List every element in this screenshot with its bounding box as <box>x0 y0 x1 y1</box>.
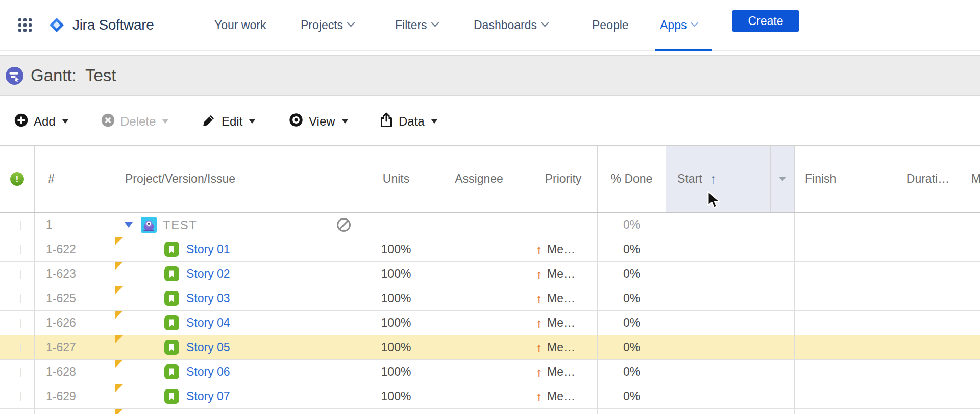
percent-done-cell[interactable]: 0% <box>598 360 666 384</box>
assignee-cell[interactable] <box>429 213 529 237</box>
create-button[interactable]: Create <box>732 10 799 32</box>
units-cell[interactable]: 100% <box>363 262 429 286</box>
column-header-priority[interactable]: Priority <box>529 146 598 212</box>
edit-menu-button[interactable]: Edit <box>202 107 255 136</box>
units-cell[interactable]: 100% <box>363 237 429 261</box>
no-scheduling-icon[interactable] <box>337 218 351 232</box>
column-header-units[interactable]: Units <box>363 146 429 212</box>
duration-cell[interactable] <box>893 286 963 310</box>
priority-cell[interactable]: ↑ Me… <box>529 286 598 310</box>
start-cell[interactable] <box>666 384 795 408</box>
delete-menu-button-disabled[interactable]: Delete <box>101 107 168 136</box>
assignee-cell[interactable] <box>429 360 529 384</box>
duration-cell[interactable] <box>893 384 963 408</box>
m-cell[interactable] <box>963 335 980 359</box>
column-header-m-truncated[interactable]: M <box>963 146 980 212</box>
priority-cell[interactable]: ↑ Me… <box>529 262 598 286</box>
priority-cell[interactable]: ↑ Me… <box>529 237 598 261</box>
finish-cell[interactable] <box>795 384 893 408</box>
units-cell[interactable]: 100% <box>363 286 429 310</box>
data-menu-button[interactable]: Data <box>380 107 437 136</box>
nav-item-apps-active[interactable]: Apps <box>660 0 697 50</box>
column-header-finish[interactable]: Finish <box>795 146 893 212</box>
m-cell[interactable] <box>963 286 980 310</box>
m-cell[interactable] <box>963 237 980 261</box>
duration-cell[interactable] <box>893 311 963 335</box>
nav-item-filters[interactable]: Filters <box>395 0 438 50</box>
start-cell[interactable] <box>666 335 795 359</box>
duration-cell[interactable] <box>893 360 963 384</box>
finish-cell[interactable] <box>795 213 893 237</box>
percent-done-cell[interactable]: 0% <box>598 384 666 408</box>
issue-link[interactable]: Story 04 <box>186 316 230 330</box>
issue-link[interactable]: Story 06 <box>186 365 230 379</box>
column-header-duration-truncated[interactable]: Durati… <box>893 146 963 212</box>
percent-done-cell[interactable]: 0% <box>598 311 666 335</box>
table-row-story[interactable]: 1-622 Story 01 100% ↑ Me… 0% <box>0 237 980 262</box>
assignee-cell[interactable] <box>429 286 529 310</box>
assignee-cell[interactable] <box>429 311 529 335</box>
table-row-project-test[interactable]: 1 TEST 0% <box>0 213 980 237</box>
add-menu-button[interactable]: Add <box>14 107 68 136</box>
priority-cell[interactable]: ↑ Me… <box>529 335 598 359</box>
view-menu-button[interactable]: View <box>289 107 348 136</box>
assignee-cell[interactable] <box>429 335 529 359</box>
table-row-story[interactable]: 1-629 Story 07 100% ↑ Me… 0% <box>0 384 980 409</box>
finish-cell[interactable] <box>795 335 893 359</box>
percent-done-cell[interactable]: 0% <box>598 335 666 359</box>
jira-wordmark[interactable]: Jira Software <box>72 0 154 50</box>
column-header-start-sorted[interactable]: Start ↑ <box>666 146 771 212</box>
column-header-project-version-issue[interactable]: Project/Version/Issue <box>115 146 363 212</box>
duration-cell[interactable] <box>893 237 963 261</box>
issue-link[interactable]: Story 02 <box>186 267 230 281</box>
assignee-cell[interactable] <box>429 237 529 261</box>
table-row-story[interactable]: 1-625 Story 03 100% ↑ Me… 0% <box>0 286 980 311</box>
column-header-number[interactable]: # <box>35 146 115 212</box>
percent-done-cell[interactable]: 0% <box>598 237 666 261</box>
issue-link[interactable]: Story 03 <box>186 291 230 305</box>
units-cell[interactable] <box>363 213 429 237</box>
collapse-caret-icon[interactable] <box>125 222 133 228</box>
table-row-story[interactable]: 1-628 Story 06 100% ↑ Me… 0% <box>0 360 980 384</box>
nav-item-your-work[interactable]: Your work <box>214 0 266 50</box>
start-cell[interactable] <box>666 262 795 286</box>
m-cell[interactable] <box>963 213 980 237</box>
finish-cell[interactable] <box>795 262 893 286</box>
assignee-cell[interactable] <box>429 384 529 408</box>
issue-link[interactable]: Story 01 <box>186 242 230 256</box>
percent-done-cell[interactable]: 0% <box>598 286 666 310</box>
table-row-story-selected[interactable]: 1-627 Story 05 100% ↑ Me… 0% <box>0 335 980 360</box>
start-column-dropdown-button[interactable] <box>771 146 795 212</box>
m-cell[interactable] <box>963 262 980 286</box>
priority-cell[interactable]: ↑ Me… <box>529 360 598 384</box>
start-cell[interactable] <box>666 360 795 384</box>
duration-cell[interactable] <box>893 262 963 286</box>
finish-cell[interactable] <box>795 360 893 384</box>
table-row-story[interactable]: 1-626 Story 04 100% ↑ Me… 0% <box>0 311 980 335</box>
jira-logo-icon[interactable] <box>48 0 65 50</box>
priority-cell[interactable]: ↑ Me… <box>529 384 598 408</box>
column-header-assignee[interactable]: Assignee <box>429 146 529 212</box>
finish-cell[interactable] <box>795 311 893 335</box>
m-cell[interactable] <box>963 311 980 335</box>
m-cell[interactable] <box>963 384 980 408</box>
nav-item-projects[interactable]: Projects <box>301 0 354 50</box>
percent-done-cell[interactable]: 0% <box>598 262 666 286</box>
percent-done-cell[interactable]: 0% <box>598 213 666 237</box>
start-cell[interactable] <box>666 237 795 261</box>
units-cell[interactable]: 100% <box>363 360 429 384</box>
priority-cell[interactable]: ↑ Me… <box>529 311 598 335</box>
column-header-warnings[interactable]: ! <box>0 146 35 212</box>
column-header-percent-done[interactable]: % Done <box>598 146 666 212</box>
issue-link[interactable]: Story 05 <box>186 340 230 354</box>
app-switcher-icon[interactable] <box>18 0 32 50</box>
m-cell[interactable] <box>963 360 980 384</box>
priority-cell[interactable] <box>529 213 598 237</box>
assignee-cell[interactable] <box>429 262 529 286</box>
finish-cell[interactable] <box>795 286 893 310</box>
start-cell[interactable] <box>666 213 795 237</box>
duration-cell[interactable] <box>893 335 963 359</box>
table-row-story[interactable]: 1-623 Story 02 100% ↑ Me… 0% <box>0 262 980 286</box>
issue-link[interactable]: Story 07 <box>186 389 230 403</box>
units-cell[interactable]: 100% <box>363 384 429 408</box>
